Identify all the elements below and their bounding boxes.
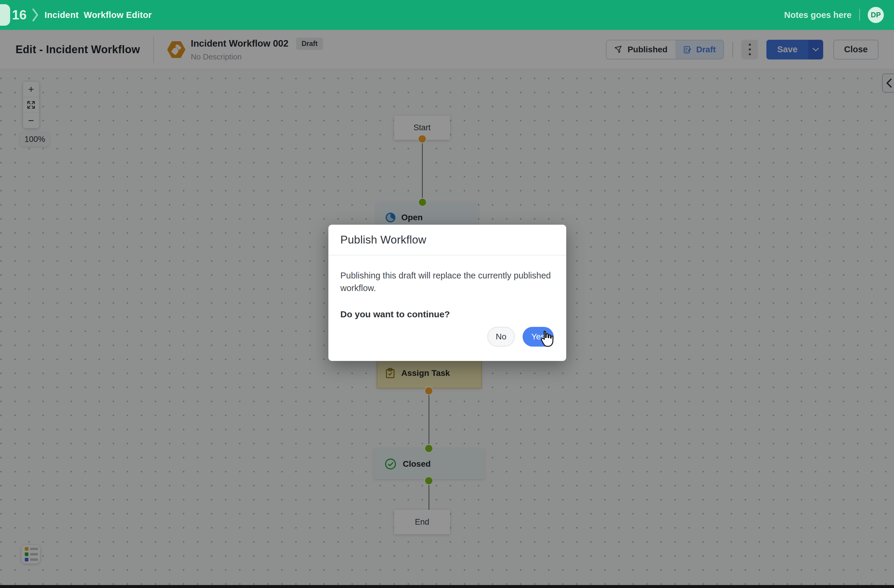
notes-label: Notes goes here xyxy=(784,10,852,20)
user-avatar[interactable]: DP xyxy=(868,7,884,23)
dialog-body: Publishing this draft will replace the c… xyxy=(328,255,566,319)
dialog-question: Do you want to continue? xyxy=(340,309,554,319)
hand-cursor-icon xyxy=(538,330,554,348)
dialog-title: Publish Workflow xyxy=(340,234,426,246)
dialog-header: Publish Workflow xyxy=(328,225,566,255)
topbar-divider xyxy=(859,9,860,21)
app-title: Incident Workflow Editor xyxy=(45,10,152,20)
incident-workflow-editor: 16 Incident Workflow Editor Notes goes h… xyxy=(0,0,894,588)
app-logo: 16 xyxy=(12,8,27,23)
publish-workflow-dialog: Publish Workflow Publishing this draft w… xyxy=(328,225,566,361)
no-button[interactable]: No xyxy=(487,327,515,346)
bottom-edge xyxy=(0,585,894,588)
dialog-message: Publishing this draft will replace the c… xyxy=(340,269,568,294)
topbar-right-group: Notes goes here DP xyxy=(784,7,884,23)
left-edge-tab[interactable] xyxy=(0,4,10,26)
top-app-bar: 16 Incident Workflow Editor Notes goes h… xyxy=(0,0,894,30)
breadcrumb-chevron-icon xyxy=(32,8,39,22)
